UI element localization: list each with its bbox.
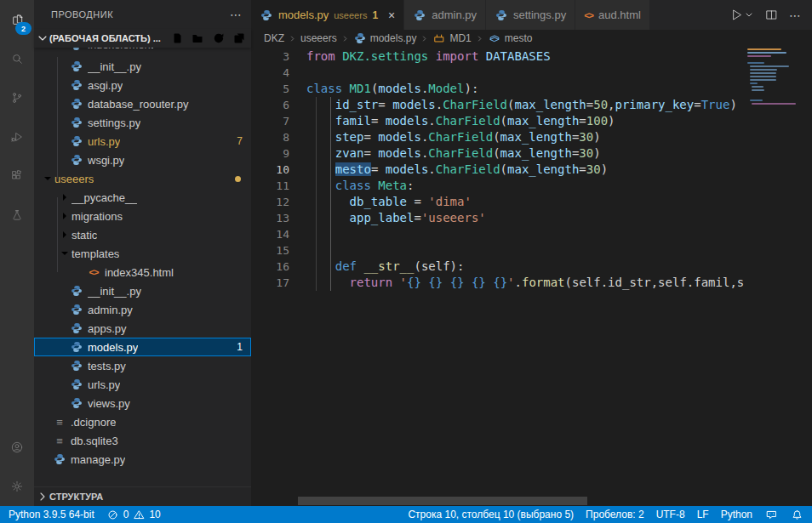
activity-item-explorer[interactable]: 2 — [0, 0, 34, 39]
tree-file--init-py[interactable]: __init__.py — [34, 57, 251, 76]
new-folder-icon[interactable] — [192, 31, 205, 45]
activity-item-source-control[interactable] — [0, 78, 34, 117]
code-line-content: db_table = 'dima' — [289, 194, 472, 210]
code-token: 30 — [586, 162, 601, 176]
code-line-14[interactable]: 14 — [251, 226, 744, 242]
code-token: max_length — [500, 146, 572, 160]
status-problems[interactable]: 010 — [106, 506, 161, 523]
breadcrumb-item-md1[interactable]: MD1 — [432, 31, 471, 45]
code-token: zvan — [335, 146, 364, 160]
clipped-row-content: indexelement — [34, 48, 251, 54]
minimap-line — [750, 65, 789, 67]
code-line-9[interactable]: 9 zvan= models.CharField(max_length=30) — [251, 145, 744, 162]
editor-action-run-python-file[interactable] — [729, 8, 754, 22]
python-icon — [70, 60, 83, 73]
code-line-3[interactable]: 3from DKZ.settings import DATABASES — [251, 48, 744, 65]
item-label: useeers — [54, 173, 94, 185]
tree-file-database-roouter-py[interactable]: database_roouter.py — [34, 94, 251, 113]
code-line-17[interactable]: 17 return '{} {} {} {} {}'.format(self.i… — [251, 275, 744, 291]
code-line-7[interactable]: 7 famil= models.CharField(max_length=100… — [251, 113, 744, 129]
chevron-right-icon — [58, 190, 71, 204]
file-tree: indexelement__init__.pyasgi.pydatabase_r… — [34, 48, 251, 486]
collapse-all-icon[interactable] — [232, 31, 246, 45]
outline-section-header[interactable]: СТРУКТУРА — [34, 486, 251, 506]
status-language-mode[interactable]: Python — [721, 506, 752, 523]
code-line-8[interactable]: 8 step= models.CharField(max_length=30) — [251, 129, 744, 145]
activity-item-run-debug[interactable] — [0, 117, 34, 156]
status-eol[interactable]: LF — [697, 506, 709, 523]
breadcrumb-item-dkz[interactable]: DKZ — [264, 32, 284, 44]
tree-file-indexelement[interactable]: indexelement — [34, 48, 251, 57]
horizontal-scrollbar[interactable] — [298, 497, 587, 505]
tree-folder-templates[interactable]: templates — [34, 244, 251, 263]
activity-item-settings[interactable] — [0, 467, 34, 506]
breadcrumb-item-models-py[interactable]: models.py — [353, 31, 417, 45]
tree-file-settings-py[interactable]: settings.py — [34, 113, 251, 132]
tree-file-urls-py[interactable]: urls.py — [34, 375, 251, 394]
refresh-icon[interactable] — [212, 31, 226, 45]
new-file-icon[interactable] — [171, 31, 185, 45]
run-icon — [729, 8, 744, 22]
tab-settings-py[interactable]: settings.py — [486, 0, 575, 30]
line-number: 13 — [251, 210, 289, 226]
tab-admin-py[interactable]: admin.py — [404, 0, 486, 30]
tree-folder--pycache-[interactable]: __pycache__ — [34, 188, 251, 207]
tree-file-apps-py[interactable]: apps.py — [34, 319, 251, 338]
code-line-12[interactable]: 12 db_table = 'dima' — [251, 194, 744, 210]
code-token: models — [378, 146, 421, 160]
tree-file-tests-py[interactable]: tests.py — [34, 356, 251, 375]
breadcrumb-item-useeers[interactable]: useeers — [300, 32, 337, 44]
more-actions-icon[interactable]: ⋯ — [230, 8, 243, 21]
tree-folder-useeers[interactable]: useeers — [34, 169, 251, 188]
close-icon[interactable]: × — [388, 9, 395, 21]
code-line-6[interactable]: 6 id_str= models.CharField(max_length=50… — [251, 97, 744, 113]
code-line-16[interactable]: 16 def __str__(self): — [251, 259, 744, 275]
code-lines: 3from DKZ.settings import DATABASES45cla… — [251, 48, 744, 291]
python-icon — [70, 153, 83, 167]
tree-file-db-sqlite3[interactable]: ≡db.sqlite3 — [34, 431, 251, 450]
status-encoding[interactable]: UTF-8 — [656, 506, 685, 523]
code-token: def — [335, 259, 364, 273]
status-cursor-position[interactable]: Строка 10, столбец 10 (выбрано 5) — [408, 506, 574, 523]
tab-aud-html[interactable]: <>aud.html — [575, 0, 650, 30]
tree-file-models-py[interactable]: models.py1 — [34, 338, 251, 356]
activity-item-testing[interactable] — [0, 196, 34, 235]
code-line-5[interactable]: 5class MD1(models.Model): — [251, 81, 744, 97]
status-notifications[interactable] — [790, 506, 803, 523]
tree-folder-migrations[interactable]: migrations — [34, 207, 251, 225]
code-line-4[interactable]: 4 — [251, 65, 744, 81]
tree-file-urls-py[interactable]: urls.py7 — [34, 132, 251, 151]
code-token: max_length — [514, 98, 586, 111]
status-feedback[interactable] — [764, 506, 778, 523]
activity-item-search[interactable] — [0, 39, 34, 78]
workspace-section-header[interactable]: (РАБОЧАЯ ОБЛАСТЬ) ... — [34, 29, 251, 48]
tree-file--init-py[interactable]: __init__.py — [34, 281, 251, 300]
tree-file-admin-py[interactable]: admin.py — [34, 300, 251, 319]
tree-file-asgi-py[interactable]: asgi.py — [34, 76, 251, 94]
code-line-11[interactable]: 11 class Meta: — [251, 178, 744, 194]
tree-file-wsgi-py[interactable]: wsgi.py — [34, 151, 251, 169]
activity-item-extensions[interactable] — [0, 156, 34, 196]
html-icon: <> — [584, 10, 593, 20]
code-line-13[interactable]: 13 app_label='useeers' — [251, 210, 744, 226]
minimap-line — [747, 55, 771, 57]
code-editor[interactable]: 3from DKZ.settings import DATABASES45cla… — [251, 47, 812, 506]
status-indentation[interactable]: Пробелов: 2 — [586, 506, 644, 523]
python-icon — [70, 116, 83, 129]
breadcrumb-item-mesto[interactable]: mesto — [488, 31, 533, 45]
tree-file-views-py[interactable]: views.py — [34, 394, 251, 412]
minimap[interactable] — [747, 48, 804, 151]
tree-file-index345-html[interactable]: <>index345.html — [34, 263, 251, 281]
code-token: models — [378, 82, 421, 95]
tree-file--dcignore[interactable]: ≡.dcignore — [34, 412, 251, 431]
tree-folder-static[interactable]: static — [34, 225, 251, 244]
editor-action-split-editor[interactable] — [764, 8, 779, 22]
tab-models-py[interactable]: models.pyuseeers1× — [251, 0, 404, 30]
tree-file-manage-py[interactable]: manage.py — [34, 450, 251, 469]
status-python-version[interactable]: Python 3.9.5 64-bit — [9, 506, 94, 523]
activity-item-account[interactable] — [0, 428, 34, 467]
code-line-15[interactable]: 15 — [251, 242, 744, 259]
more-icon[interactable]: ⋯ — [789, 9, 802, 22]
code-line-10[interactable]: 10 mesto= models.CharField(max_length=30… — [251, 162, 744, 178]
explorer-sidebar: ПРОВОДНИК ⋯ (РАБОЧАЯ ОБЛАСТЬ) ... indexe… — [34, 0, 251, 506]
